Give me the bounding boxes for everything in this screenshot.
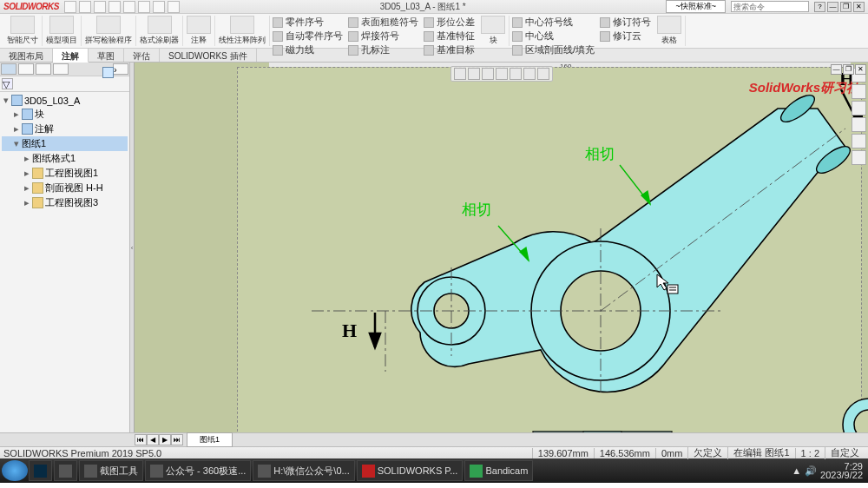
tables-button[interactable]	[657, 16, 681, 34]
property-manager-icon[interactable]	[18, 63, 34, 75]
revision-cloud-button[interactable]: 修订云	[600, 30, 651, 43]
qat-open-icon[interactable]	[79, 1, 91, 13]
qat-save-icon[interactable]	[94, 1, 106, 13]
tab-sketch[interactable]: 草图	[89, 49, 124, 62]
spell-check-button[interactable]	[96, 16, 121, 34]
maximize-icon[interactable]: ❐	[840, 2, 852, 12]
revision-symbol-button[interactable]: 修订符号	[600, 16, 651, 29]
close-icon[interactable]: ✕	[853, 2, 865, 12]
status-scale[interactable]: 1 : 2	[795, 448, 825, 458]
taskbar-item-snip[interactable]: 截图工具	[79, 460, 143, 481]
tree-view3[interactable]: ▸工程图视图3	[2, 195, 128, 210]
feature-tree-icon[interactable]	[1, 63, 16, 75]
mdi-close-icon[interactable]: ✕	[855, 64, 866, 75]
surface-finish-icon	[348, 17, 358, 28]
gtol-icon	[424, 17, 434, 28]
note-button[interactable]	[187, 16, 211, 34]
smart-dimension-button[interactable]	[10, 16, 35, 34]
appearances-icon[interactable]	[852, 134, 866, 148]
linear-pattern-button[interactable]	[230, 16, 254, 34]
design-library-icon[interactable]	[852, 84, 866, 99]
taskbar-item-browser[interactable]: 公众号 - 360极速...	[145, 460, 251, 481]
display-style-icon[interactable]	[510, 68, 522, 80]
ribbon: 智能尺寸 模型项目 拼写检验程序 格式涂刷器 注释 线性注释阵列 零件序号 自动…	[0, 14, 868, 49]
minimize-icon[interactable]: —	[827, 2, 838, 12]
auto-balloon-button[interactable]: 自动零件序号	[273, 30, 343, 43]
tab-view-layout[interactable]: 视图布局	[0, 49, 53, 62]
svg-marker-14	[370, 333, 380, 347]
prev-view-icon[interactable]	[482, 68, 494, 80]
gtol-button[interactable]: 形位公差	[424, 16, 475, 29]
datum-target-button[interactable]: 基准目标	[424, 43, 475, 56]
datum-feature-button[interactable]: 基准特征	[424, 30, 475, 43]
status-custom[interactable]: 自定义	[825, 446, 865, 459]
qat-rebuild-icon[interactable]	[168, 1, 180, 13]
heads-up-toolbar	[450, 66, 553, 82]
sheet-next-icon[interactable]: ▶	[159, 434, 171, 445]
edit-appearance-icon[interactable]	[537, 68, 549, 80]
feature-tree[interactable]: ▾3D05_L03_A ▸块 ▸注解 ▾图纸1 ▸图纸格式1 ▸工程图视图1 ▸…	[0, 92, 129, 432]
tab-evaluate[interactable]: 评估	[124, 49, 160, 62]
sheet-last-icon[interactable]: ⏭	[171, 434, 183, 445]
sheet-tab-1[interactable]: 图纸1	[187, 432, 233, 447]
sheet-first-icon[interactable]: ⏮	[135, 434, 147, 445]
dimxpert-icon[interactable]	[53, 63, 69, 75]
file-explorer-icon[interactable]	[852, 101, 866, 115]
model-items-button[interactable]	[49, 16, 74, 34]
taskbar-item-pin1[interactable]	[54, 460, 77, 481]
mdi-window-controls: — ❐ ✕	[831, 64, 866, 75]
hide-show-icon[interactable]	[523, 68, 536, 80]
qat-options-icon[interactable]	[153, 1, 165, 13]
config-manager-icon[interactable]	[36, 63, 51, 75]
mdi-restore-icon[interactable]: ❐	[843, 64, 854, 75]
tree-root[interactable]: ▾3D05_L03_A	[2, 94, 128, 107]
taskbar-item-photoshop[interactable]	[29, 460, 52, 481]
taskbar-item-explorer[interactable]: H:\微信公众号\0...	[253, 460, 354, 481]
tab-addins[interactable]: SOLIDWORKS 插件	[160, 49, 257, 62]
mdi-minimize-icon[interactable]: —	[831, 64, 842, 75]
drawing-canvas[interactable]: 160	[135, 63, 868, 432]
sheet-prev-icon[interactable]: ◀	[147, 434, 159, 445]
view-palette-icon[interactable]	[852, 117, 866, 132]
revision-symbol-icon	[600, 17, 610, 28]
tree-block[interactable]: ▸块	[2, 107, 128, 122]
tree-annotations[interactable]: ▸注解	[2, 122, 128, 136]
help-icon[interactable]: ?	[814, 2, 825, 12]
filter-icon[interactable]: ▽	[2, 78, 13, 89]
display-state-dropdown[interactable]: ~快照标准~	[666, 0, 726, 13]
drawing-sheet[interactable]: H H 相切 相切	[237, 67, 862, 432]
tab-annotation[interactable]: 注解	[53, 49, 89, 63]
tree-section-hh[interactable]: ▸剖面视图 H-H	[2, 181, 128, 195]
qat-redo-icon[interactable]	[138, 1, 150, 13]
section-view-icon[interactable]	[496, 68, 508, 80]
surface-finish-button[interactable]: 表面粗糙符号	[348, 16, 418, 29]
balloon-icon	[273, 17, 283, 28]
format-painter-button[interactable]	[148, 16, 172, 34]
tray-network-icon[interactable]: ▲	[792, 465, 801, 476]
block-button[interactable]	[481, 16, 505, 34]
tree-sheet1[interactable]: ▾图纸1	[2, 136, 128, 151]
tray-sound-icon[interactable]: 🔊	[805, 465, 817, 477]
center-mark-button[interactable]: 中心符号线	[512, 16, 595, 29]
qat-print-icon[interactable]	[108, 1, 121, 13]
zoom-area-icon[interactable]	[468, 68, 480, 80]
taskbar-item-solidworks[interactable]: SOLIDWORKS P...	[357, 460, 464, 481]
weld-symbol-button[interactable]: 焊接符号	[348, 30, 418, 43]
qat-new-icon[interactable]	[64, 1, 76, 13]
balloon-button[interactable]: 零件序号	[273, 16, 343, 29]
hole-callout-button[interactable]: 孔标注	[348, 43, 418, 56]
qat-undo-icon[interactable]	[123, 1, 135, 13]
panel-expand-icon[interactable]: ›	[113, 63, 128, 75]
magnetic-line-button[interactable]: 磁力线	[273, 43, 343, 56]
system-tray[interactable]: ▲ 🔊 7:29 2023/9/22	[788, 462, 866, 479]
centerline-button[interactable]: 中心线	[512, 30, 595, 43]
start-button[interactable]	[2, 460, 28, 481]
zoom-fit-icon[interactable]	[454, 68, 466, 80]
custom-props-icon[interactable]	[852, 150, 866, 165]
area-hatch-button[interactable]: 区域剖面线/填充	[512, 43, 595, 56]
taskbar-item-bandicam[interactable]: Bandicam	[464, 460, 533, 481]
tree-view1[interactable]: ▸工程图视图1	[2, 166, 128, 181]
search-input[interactable]	[731, 1, 809, 12]
note-label: 注释	[191, 35, 207, 46]
tree-sheet-format[interactable]: ▸图纸格式1	[2, 151, 128, 166]
